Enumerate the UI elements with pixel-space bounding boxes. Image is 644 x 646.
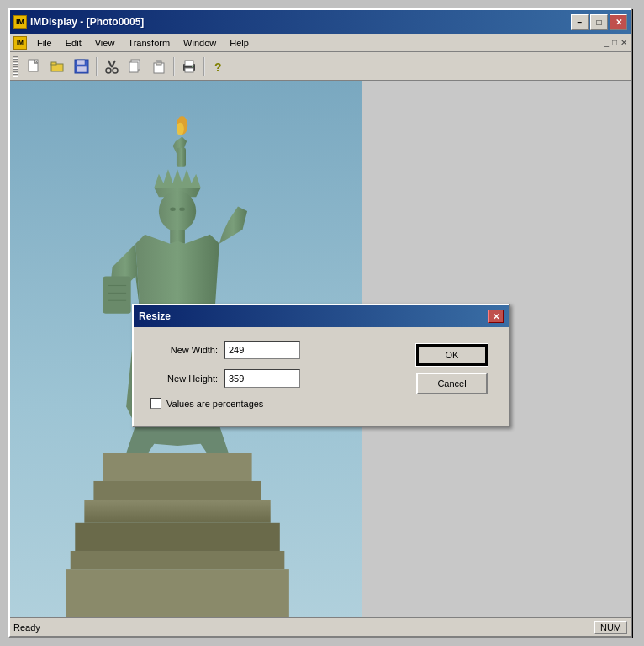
toolbar-grip xyxy=(13,56,18,77)
toolbar: ? xyxy=(10,52,631,81)
status-bar: Ready NUM xyxy=(10,617,631,636)
menu-file[interactable]: File xyxy=(30,36,59,50)
main-window: IM IMDisplay - [Photo0005] − □ ✕ IM File… xyxy=(8,8,632,638)
svg-point-11 xyxy=(106,68,111,73)
svg-rect-20 xyxy=(185,68,193,72)
svg-point-29 xyxy=(179,208,185,211)
svg-point-25 xyxy=(177,123,184,135)
svg-rect-31 xyxy=(103,276,130,313)
menu-transform[interactable]: Transform xyxy=(121,36,177,50)
menu-help[interactable]: Help xyxy=(223,36,256,50)
new-button[interactable] xyxy=(24,56,45,77)
copy-button[interactable] xyxy=(124,56,146,77)
svg-rect-17 xyxy=(157,61,161,63)
menu-window[interactable]: Window xyxy=(177,36,223,50)
dialog-close-button[interactable]: ✕ xyxy=(488,310,504,323)
window-controls: − □ ✕ xyxy=(571,14,627,30)
svg-rect-19 xyxy=(185,61,193,66)
svg-rect-5 xyxy=(51,62,56,65)
image-area: Resize ✕ New Width: New Height: xyxy=(10,81,631,621)
menu-edit[interactable]: Edit xyxy=(59,36,88,50)
svg-rect-8 xyxy=(77,66,87,72)
dialog-title: Resize xyxy=(139,310,488,322)
status-text: Ready xyxy=(13,622,594,633)
mdi-minimize[interactable]: _ xyxy=(604,38,609,47)
print-button[interactable] xyxy=(178,56,200,77)
maximize-button[interactable]: □ xyxy=(590,14,608,30)
title-bar: IM IMDisplay - [Photo0005] − □ ✕ xyxy=(10,10,631,34)
mdi-maximize[interactable]: □ xyxy=(612,38,617,47)
percentage-checkbox[interactable] xyxy=(150,398,161,409)
separator-2 xyxy=(173,57,175,76)
svg-rect-36 xyxy=(93,481,261,500)
menu-app-icon: IM xyxy=(13,36,27,50)
help-button[interactable]: ? xyxy=(209,56,230,77)
dialog-title-bar: Resize ✕ xyxy=(134,305,509,327)
minimize-button[interactable]: − xyxy=(571,14,589,30)
svg-rect-39 xyxy=(71,551,285,569)
dialog-body: New Width: New Height: Values are percen… xyxy=(134,327,509,426)
paste-button[interactable] xyxy=(148,56,170,77)
svg-rect-35 xyxy=(103,453,251,481)
resize-dialog: Resize ✕ New Width: New Height: xyxy=(132,304,510,427)
svg-rect-21 xyxy=(192,66,193,67)
height-input[interactable] xyxy=(224,369,300,388)
svg-point-28 xyxy=(170,208,176,211)
svg-line-9 xyxy=(108,61,112,67)
menu-view[interactable]: View xyxy=(88,36,122,50)
svg-point-12 xyxy=(113,68,118,73)
window-title: IMDisplay - [Photo0005] xyxy=(30,16,567,28)
save-button[interactable] xyxy=(71,56,92,77)
svg-line-10 xyxy=(112,61,115,67)
mdi-controls: _ □ ✕ xyxy=(604,38,627,47)
open-button[interactable] xyxy=(47,56,69,77)
separator-1 xyxy=(96,57,98,76)
close-button[interactable]: ✕ xyxy=(610,14,627,30)
cut-button[interactable] xyxy=(101,56,123,77)
height-field-row: New Height: xyxy=(150,369,399,388)
menu-bar: IM File Edit View Transform Window Help … xyxy=(10,34,631,52)
width-label: New Width: xyxy=(150,345,218,355)
svg-rect-26 xyxy=(177,148,186,167)
width-input[interactable] xyxy=(224,341,300,359)
percentage-checkbox-row: Values are percentages xyxy=(150,398,399,409)
svg-rect-38 xyxy=(75,523,280,551)
app-icon: IM xyxy=(13,15,27,29)
svg-rect-14 xyxy=(129,62,138,72)
svg-text:?: ? xyxy=(214,61,222,74)
dialog-fields: New Width: New Height: Values are percen… xyxy=(150,341,399,409)
svg-point-27 xyxy=(159,191,196,232)
ok-button[interactable]: OK xyxy=(416,344,488,366)
svg-rect-7 xyxy=(77,60,85,65)
height-label: New Height: xyxy=(150,373,218,384)
dialog-buttons: OK Cancel xyxy=(416,341,492,409)
percentage-label: Values are percentages xyxy=(166,399,263,409)
mdi-close[interactable]: ✕ xyxy=(620,38,627,47)
num-lock-indicator: NUM xyxy=(594,621,627,634)
cancel-button[interactable]: Cancel xyxy=(416,373,488,394)
separator-3 xyxy=(203,57,205,76)
svg-rect-37 xyxy=(84,500,270,523)
svg-rect-40 xyxy=(66,569,289,621)
width-field-row: New Width: xyxy=(150,341,399,359)
